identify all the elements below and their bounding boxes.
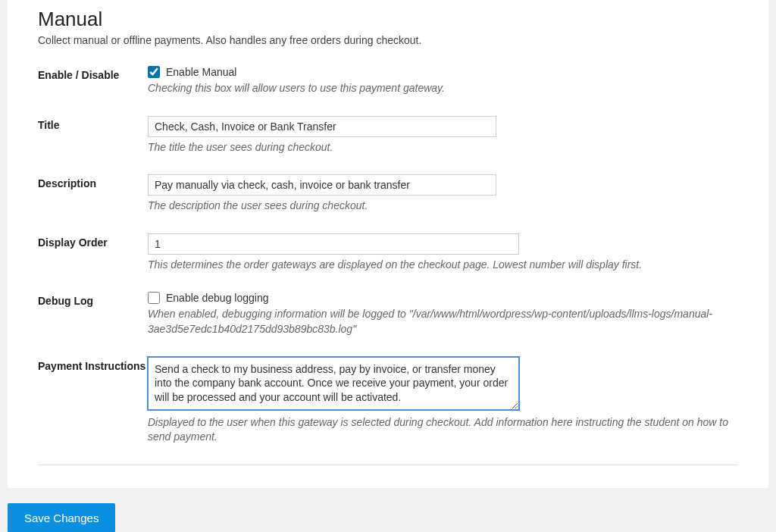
payment-instructions-help-text: Displayed to the user when this gateway …	[148, 415, 738, 445]
label-enable: Enable / Disable	[38, 66, 148, 81]
label-description: Description	[38, 174, 148, 189]
row-description: Description The description the user see…	[38, 174, 738, 214]
debug-log-checkbox[interactable]	[148, 292, 160, 304]
label-title: Title	[38, 116, 148, 131]
page-subtitle: Collect manual or offline payments. Also…	[38, 34, 738, 46]
debug-log-checkbox-label: Enable debug logging	[166, 292, 268, 304]
row-debug-log: Debug Log Enable debug logging When enab…	[38, 292, 738, 336]
label-debug-log: Debug Log	[38, 292, 148, 307]
description-input[interactable]	[148, 174, 496, 196]
section-divider	[38, 465, 738, 465]
enable-checkbox[interactable]	[148, 66, 160, 78]
title-help-text: The title the user sees during checkout.	[148, 140, 738, 155]
save-changes-button[interactable]: Save Changes	[8, 503, 115, 532]
enable-checkbox-label: Enable Manual	[166, 66, 236, 78]
label-payment-instructions: Payment Instructions	[38, 357, 148, 372]
row-display-order: Display Order This determines the order …	[38, 233, 738, 273]
title-input[interactable]	[148, 116, 496, 137]
display-order-input[interactable]	[148, 233, 519, 255]
payment-instructions-textarea[interactable]: Send a check to my business address, pay…	[148, 357, 519, 410]
description-help-text: The description the user sees during che…	[148, 199, 738, 214]
label-display-order: Display Order	[38, 233, 148, 249]
debug-log-help-text: When enabled, debugging information will…	[148, 307, 738, 336]
enable-help-text: Checking this box will allow users to us…	[148, 81, 738, 96]
row-enable: Enable / Disable Enable Manual Checking …	[38, 66, 738, 96]
display-order-help-text: This determines the order gateways are d…	[148, 258, 738, 273]
page-title: Manual	[38, 8, 738, 31]
row-title: Title The title the user sees during che…	[38, 116, 738, 155]
row-payment-instructions: Payment Instructions Send a check to my …	[38, 357, 738, 445]
